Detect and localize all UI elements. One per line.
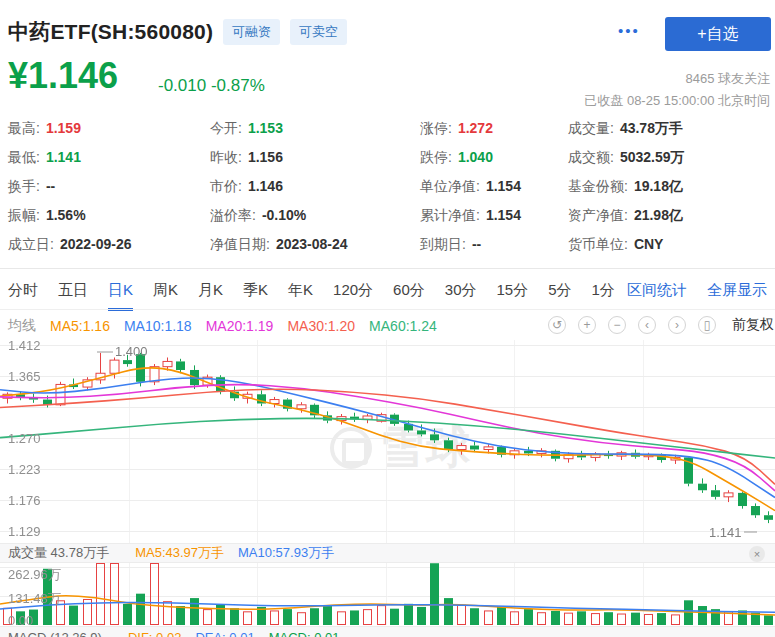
tab-年K[interactable]: 年K: [288, 281, 313, 311]
stat-value: 1.154: [486, 207, 521, 223]
link-区间统计[interactable]: 区间统计: [627, 281, 687, 300]
stat-label: 最低:: [8, 149, 40, 165]
stat-成立日: 成立日:2022-09-26: [8, 236, 210, 265]
tab-120分[interactable]: 120分: [333, 281, 373, 311]
price-axis-label: 1.223: [8, 462, 41, 477]
stat-label: 基金份额:: [568, 178, 628, 194]
undo-icon[interactable]: ↺: [548, 316, 566, 334]
stat-label: 市价:: [210, 178, 242, 194]
stat-label: 跌停:: [420, 149, 452, 165]
stat-label: 成交额:: [568, 149, 614, 165]
stat-value: 1.154: [486, 178, 521, 194]
volume-axis-label: 262.96万: [8, 566, 61, 584]
section-divider: [0, 268, 775, 269]
stat-label: 最高:: [8, 120, 40, 136]
tab-周K[interactable]: 周K: [153, 281, 178, 311]
tab-1分[interactable]: 1分: [592, 281, 615, 311]
tab-分时[interactable]: 分时: [8, 281, 38, 311]
stat-label: 净值日期:: [210, 236, 270, 252]
stat-value: 21.98亿: [634, 207, 683, 223]
stat-value: 1.56%: [46, 207, 86, 223]
volume-axis-label: 0.00: [8, 613, 33, 628]
ma-legend: 均线 MA5:1.16MA10:1.18MA20:1.19MA30:1.20MA…: [8, 317, 437, 335]
tab-月K[interactable]: 月K: [198, 281, 223, 311]
stat-value: --: [46, 178, 55, 194]
stat-value: -0.10%: [262, 207, 306, 223]
stat-value: 1.159: [46, 120, 81, 136]
stat-value: 1.153: [248, 120, 283, 136]
ma-legend-ma30: MA30:1.20: [287, 318, 355, 334]
chart-action-links: 区间统计全屏显示: [627, 281, 767, 300]
candle-style-icon[interactable]: ▯: [698, 316, 716, 334]
macd-dea: DEA: 0.01: [195, 630, 254, 637]
security-title: 中药ETF(SH:560080): [8, 18, 213, 46]
price-axis-label: 1.176: [8, 493, 41, 508]
tab-日K[interactable]: 日K: [108, 281, 133, 311]
stat-净值日期: 净值日期:2023-08-24: [210, 236, 420, 265]
stats-column-3: 涨停:1.272跌停:1.040单位净值:1.154累计净值:1.154到期日:…: [420, 120, 568, 265]
stat-value: 2022-09-26: [60, 236, 132, 252]
macd-title: MACD (12,26,9): [8, 630, 102, 637]
stat-基金份额: 基金份额:19.18亿: [568, 178, 768, 207]
stat-昨收: 昨收:1.156: [210, 149, 420, 178]
stat-label: 涨停:: [420, 120, 452, 136]
tab-季K[interactable]: 季K: [243, 281, 268, 311]
stat-成交量: 成交量:43.78万手: [568, 120, 768, 149]
stat-value: 1.141: [46, 149, 81, 165]
volume-pane-close-icon[interactable]: ×: [749, 546, 765, 562]
stat-跌停: 跌停:1.040: [420, 149, 568, 178]
price-adjust-mode[interactable]: 前复权: [732, 316, 774, 334]
add-watchlist-button[interactable]: +自选: [665, 17, 771, 51]
stat-label: 成立日:: [8, 236, 54, 252]
stats-column-4: 成交量:43.78万手成交额:5032.59万基金份额:19.18亿资产净值:2…: [568, 120, 768, 265]
stat-成交额: 成交额:5032.59万: [568, 149, 768, 178]
stat-label: 振幅:: [8, 207, 40, 223]
stat-累计净值: 累计净值:1.154: [420, 207, 568, 236]
stat-最高: 最高:1.159: [8, 120, 210, 149]
price-axis-label: 1.365: [8, 369, 41, 384]
price-change: -0.010 -0.87%: [158, 76, 265, 96]
stat-到期日: 到期日:--: [420, 236, 568, 265]
stat-label: 换手:: [8, 178, 40, 194]
period-tabs: 分时五日日K周K月K季K年K120分60分30分15分5分1分: [8, 281, 615, 311]
stat-value: 1.146: [248, 178, 283, 194]
margin-trading-badge: 可融资: [223, 19, 280, 45]
price-axis-label: 1.270: [8, 431, 41, 446]
zoom-in-icon[interactable]: +: [578, 316, 596, 334]
stat-label: 累计净值:: [420, 207, 480, 223]
tab-五日[interactable]: 五日: [58, 281, 88, 311]
pan-left-icon[interactable]: ‹: [638, 316, 656, 334]
pan-right-icon[interactable]: ›: [668, 316, 686, 334]
link-全屏显示[interactable]: 全屏显示: [707, 281, 767, 300]
stat-value: 1.272: [458, 120, 493, 136]
stat-value: 2023-08-24: [276, 236, 348, 252]
market-status: 已收盘 08-25 15:00:00 北京时间: [584, 92, 770, 110]
ma-legend-ma20: MA20:1.19: [206, 318, 274, 334]
candlestick-chart[interactable]: [0, 340, 775, 543]
volume-value: 成交量 43.78万手: [8, 544, 109, 562]
stats-column-2: 今开:1.153昨收:1.156市价:1.146溢价率:-0.10%净值日期:2…: [210, 120, 420, 265]
stat-value: 1.156: [248, 149, 283, 165]
stat-市价: 市价:1.146: [210, 178, 420, 207]
tab-30分[interactable]: 30分: [445, 281, 477, 311]
price-axis-label: 1.412: [8, 338, 41, 353]
macd-dif: DIF: 0.02: [128, 630, 181, 637]
more-menu-icon[interactable]: •••: [618, 22, 640, 39]
short-selling-badge: 可卖空: [290, 19, 347, 45]
stat-今开: 今开:1.153: [210, 120, 420, 149]
volume-chart[interactable]: [0, 563, 775, 625]
ma-legend-title: 均线: [8, 317, 36, 335]
tab-15分[interactable]: 15分: [496, 281, 528, 311]
tab-60分[interactable]: 60分: [393, 281, 425, 311]
volume-axis-label: 131.48万: [8, 590, 61, 608]
macd-pane-header: MACD (12,26,9) DIF: 0.02 DEA: 0.01 MACD:…: [0, 626, 775, 637]
stat-单位净值: 单位净值:1.154: [420, 178, 568, 207]
ma-legend-ma60: MA60:1.24: [369, 318, 437, 334]
stat-label: 今开:: [210, 120, 242, 136]
stat-value: CNY: [634, 236, 664, 252]
stat-label: 资产净值:: [568, 207, 628, 223]
stat-value: 43.78万手: [620, 120, 683, 136]
tab-5分[interactable]: 5分: [548, 281, 571, 311]
tabs-divider: [0, 309, 775, 310]
zoom-out-icon[interactable]: −: [608, 316, 626, 334]
